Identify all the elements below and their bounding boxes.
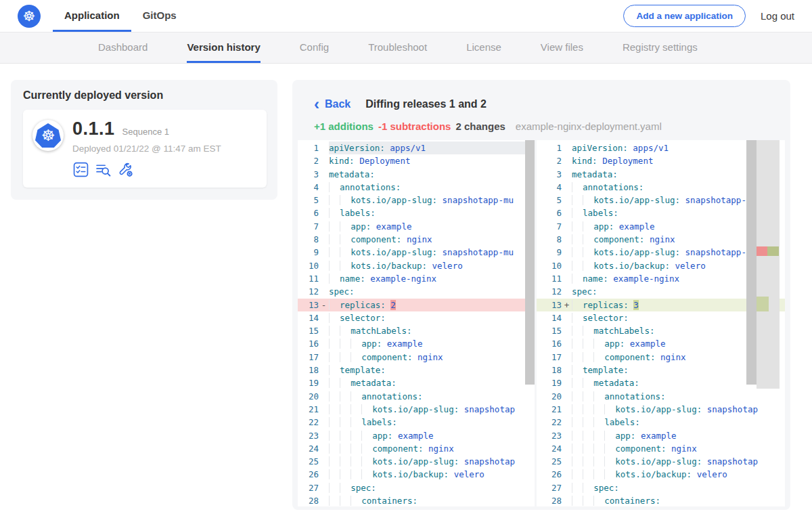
code-line: 4 annotations: bbox=[298, 181, 535, 194]
kubernetes-logo-icon[interactable]: ☸ bbox=[18, 5, 41, 28]
code-line: 18 template: bbox=[298, 364, 535, 376]
tab-gitops-label: GitOps bbox=[143, 9, 177, 21]
subnav-item-config[interactable]: Config bbox=[300, 32, 329, 63]
diff-pane-after[interactable]: 1apiVersion: apps/v12kind: Deployment3me… bbox=[537, 140, 785, 506]
release-notes-icon[interactable] bbox=[72, 161, 89, 177]
line-number: 27 bbox=[298, 481, 319, 494]
diff-sign bbox=[319, 442, 329, 455]
diff-sign bbox=[562, 181, 572, 194]
subnav-item-view-files[interactable]: View files bbox=[541, 32, 583, 63]
diff-sign bbox=[562, 351, 572, 364]
diff-sign bbox=[319, 220, 329, 233]
diff-sign bbox=[562, 481, 572, 494]
line-number: 5 bbox=[298, 194, 319, 207]
code-line: 14 selector: bbox=[298, 311, 535, 324]
line-number: 10 bbox=[298, 259, 319, 272]
code-line: 19 metadata: bbox=[298, 376, 535, 389]
diff-sign bbox=[319, 337, 329, 350]
code-line: 27 spec: bbox=[537, 481, 785, 494]
diff-sign bbox=[319, 403, 329, 416]
edit-config-icon[interactable] bbox=[117, 161, 133, 177]
back-label: Back bbox=[325, 98, 351, 110]
diff-filename: example-nginx-deployment.yaml bbox=[516, 121, 662, 132]
code-line: 21 kots.io/app-slug: snapshotap bbox=[298, 403, 535, 416]
code-line: 16 app: example bbox=[298, 337, 535, 350]
diff-sign bbox=[562, 220, 572, 233]
view-files-icon[interactable] bbox=[95, 161, 111, 177]
tab-application[interactable]: Application bbox=[53, 0, 131, 32]
diff-sign bbox=[319, 181, 329, 194]
code-line: 15 matchLabels: bbox=[298, 324, 535, 337]
diff-sign bbox=[319, 324, 329, 337]
code-line: 5 kots.io/app-slug: snapshotapp-mu bbox=[298, 194, 535, 207]
add-application-button[interactable]: Add a new application bbox=[623, 5, 746, 27]
currently-deployed-card: Currently deployed version ☸ 0.1.1 Seque… bbox=[11, 80, 277, 200]
line-number: 13 bbox=[298, 299, 319, 311]
diff-sign bbox=[562, 364, 572, 376]
diff-sign bbox=[319, 207, 329, 219]
diff-sign bbox=[319, 455, 329, 468]
line-number: 23 bbox=[298, 429, 319, 442]
line-number: 22 bbox=[537, 416, 562, 429]
code-line: 26 kots.io/backup: velero bbox=[298, 468, 535, 481]
diff-sign bbox=[562, 194, 572, 207]
line-number: 18 bbox=[298, 364, 319, 376]
line-number: 25 bbox=[537, 455, 562, 468]
diff-panes: 1apiVersion: apps/v12kind: Deployment3me… bbox=[292, 140, 790, 506]
line-number: 5 bbox=[537, 194, 562, 207]
top-tabs: Application GitOps bbox=[53, 0, 188, 32]
code-line: 27 spec: bbox=[298, 481, 535, 494]
diff-sign bbox=[562, 142, 572, 154]
line-number: 4 bbox=[298, 181, 319, 194]
line-number: 11 bbox=[537, 272, 562, 285]
logout-link[interactable]: Log out bbox=[761, 10, 794, 22]
line-number: 26 bbox=[537, 468, 562, 481]
diff-pane-before[interactable]: 1apiVersion: apps/v12kind: Deployment3me… bbox=[298, 140, 535, 506]
line-number: 13 bbox=[537, 299, 562, 311]
line-number: 12 bbox=[537, 285, 562, 298]
line-number: 27 bbox=[537, 481, 562, 494]
code-line: 28 containers: bbox=[537, 494, 785, 506]
code-line: 24 component: nginx bbox=[298, 442, 535, 455]
code-line: 6 labels: bbox=[298, 207, 535, 219]
subnav-item-version-history[interactable]: Version history bbox=[187, 32, 260, 63]
code-line: 22 labels: bbox=[298, 416, 535, 429]
subtractions-count: -1 subtractions bbox=[378, 121, 451, 132]
diff-sign bbox=[562, 324, 572, 337]
deployed-timestamp: Deployed 01/21/22 @ 11:47 am EST bbox=[72, 144, 221, 154]
line-number: 21 bbox=[298, 403, 319, 416]
code-line: 17 component: nginx bbox=[298, 351, 535, 364]
diff-sign bbox=[562, 337, 572, 350]
line-number: 3 bbox=[298, 168, 319, 181]
tab-application-label: Application bbox=[64, 9, 120, 21]
diff-sign bbox=[319, 233, 329, 246]
diff-sign bbox=[562, 442, 572, 455]
subnav-item-registry-settings[interactable]: Registry settings bbox=[623, 32, 698, 63]
code-line: 25 kots.io/app-slug: snapshotap bbox=[298, 455, 535, 468]
code-line: 21 kots.io/app-slug: snapshotap bbox=[537, 403, 785, 416]
sequence-label: Sequence 1 bbox=[122, 127, 169, 137]
code-line: 10 kots.io/backup: velero bbox=[298, 259, 535, 272]
line-number: 2 bbox=[537, 154, 562, 167]
back-link[interactable]: ‹ Back bbox=[314, 98, 351, 110]
topbar: ☸ Application GitOps Add a new applicati… bbox=[0, 0, 812, 32]
line-number: 25 bbox=[298, 455, 319, 468]
deployed-card-title: Currently deployed version bbox=[23, 89, 267, 102]
additions-count: +1 additions bbox=[314, 121, 374, 132]
diff-sign bbox=[562, 233, 572, 246]
diff-card: ‹ Back Diffing releases 1 and 2 +1 addit… bbox=[292, 80, 790, 510]
tab-gitops[interactable]: GitOps bbox=[131, 0, 188, 32]
code-line: 9 kots.io/app-slug: snapshotapp-mu bbox=[298, 246, 535, 259]
diff-sign bbox=[562, 429, 572, 442]
line-number: 17 bbox=[298, 351, 319, 364]
diff-sign bbox=[319, 311, 329, 324]
scrollbar-thumb[interactable] bbox=[746, 140, 757, 385]
subnav-item-dashboard[interactable]: Dashboard bbox=[98, 32, 148, 63]
diff-sign bbox=[562, 272, 572, 285]
subnav-item-license[interactable]: License bbox=[466, 32, 501, 63]
subnav-item-troubleshoot[interactable]: Troubleshoot bbox=[368, 32, 427, 63]
diff-sign bbox=[562, 259, 572, 272]
changes-count: 2 changes bbox=[455, 121, 505, 132]
diff-sign bbox=[319, 259, 329, 272]
scrollbar-thumb[interactable] bbox=[525, 140, 535, 385]
